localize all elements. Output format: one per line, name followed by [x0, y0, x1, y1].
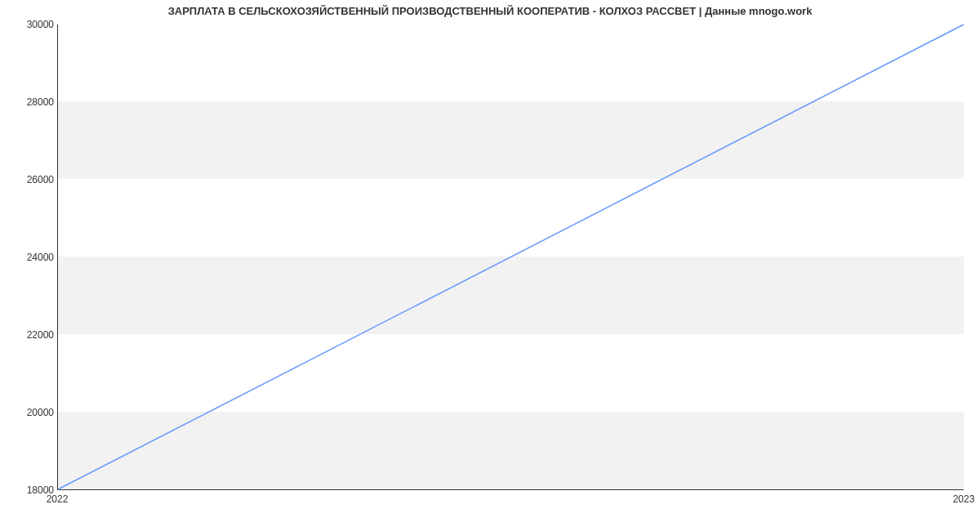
y-tick-24000: 24000	[5, 252, 54, 263]
x-tick-2023: 2023	[953, 493, 975, 505]
y-tick-28000: 28000	[5, 96, 54, 108]
x-tick-2022: 2022	[47, 493, 69, 505]
y-tick-20000: 20000	[5, 407, 54, 418]
y-tick-30000: 30000	[5, 19, 54, 30]
plot-area	[57, 25, 964, 490]
y-tick-22000: 22000	[5, 329, 54, 341]
svg-line-0	[58, 25, 964, 489]
chart-container: ЗАРПЛАТА В СЕЛЬСКОХОЗЯЙСТВЕННЫЙ ПРОИЗВОД…	[0, 0, 980, 531]
y-tick-26000: 26000	[5, 174, 54, 185]
line-series	[58, 25, 964, 489]
chart-title: ЗАРПЛАТА В СЕЛЬСКОХОЗЯЙСТВЕННЫЙ ПРОИЗВОД…	[0, 5, 980, 17]
